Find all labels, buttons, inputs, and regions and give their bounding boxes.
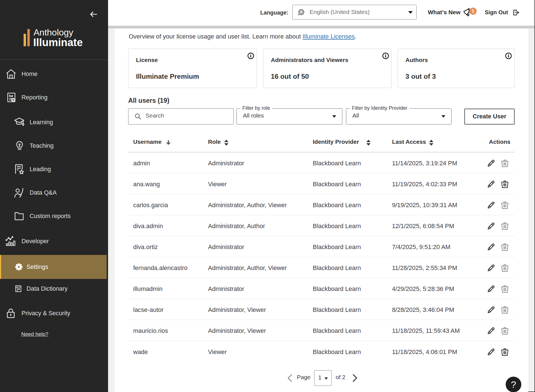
svg-text:Anthology: Anthology — [34, 28, 73, 37]
svg-text:Illuminate: Illuminate — [33, 37, 83, 48]
